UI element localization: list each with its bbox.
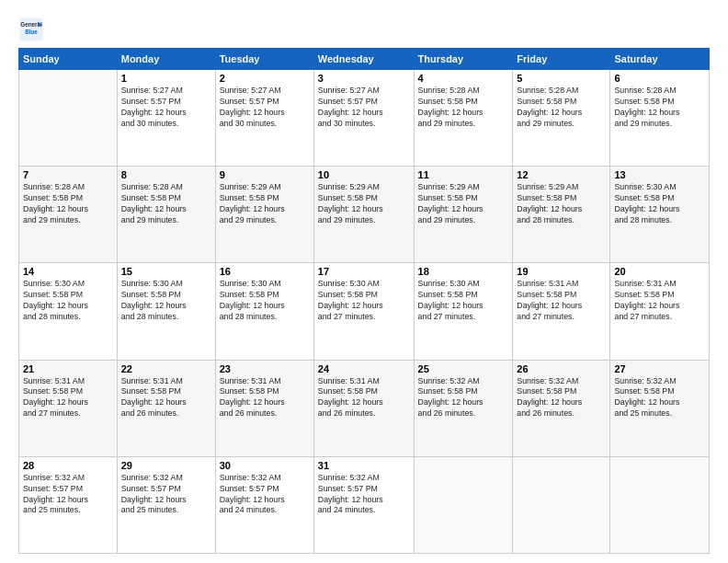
day-info: Sunrise: 5:31 AM Sunset: 5:58 PM Dayligh… — [318, 376, 410, 420]
svg-text:Blue: Blue — [25, 29, 38, 35]
day-number: 18 — [418, 266, 509, 277]
weekday-header: Tuesday — [215, 49, 313, 70]
calendar-day-cell: 28Sunrise: 5:32 AM Sunset: 5:57 PM Dayli… — [19, 456, 118, 553]
day-number: 27 — [614, 363, 705, 374]
day-info: Sunrise: 5:27 AM Sunset: 5:57 PM Dayligh… — [220, 86, 310, 130]
day-number: 15 — [121, 266, 211, 277]
day-info: Sunrise: 5:28 AM Sunset: 5:58 PM Dayligh… — [23, 182, 113, 226]
day-info: Sunrise: 5:31 AM Sunset: 5:58 PM Dayligh… — [517, 279, 606, 323]
calendar-day-cell: 11Sunrise: 5:29 AM Sunset: 5:58 PM Dayli… — [414, 167, 513, 263]
calendar-day-cell: 17Sunrise: 5:30 AM Sunset: 5:58 PM Dayli… — [313, 263, 414, 360]
calendar-day-cell: 10Sunrise: 5:29 AM Sunset: 5:58 PM Dayli… — [313, 167, 414, 263]
day-number: 19 — [517, 266, 606, 277]
calendar-day-cell: 15Sunrise: 5:30 AM Sunset: 5:58 PM Dayli… — [117, 263, 215, 360]
weekday-header: Monday — [117, 49, 215, 70]
day-info: Sunrise: 5:30 AM Sunset: 5:58 PM Dayligh… — [614, 182, 705, 226]
calendar-day-cell: 25Sunrise: 5:32 AM Sunset: 5:58 PM Dayli… — [414, 360, 513, 456]
day-number: 12 — [517, 169, 606, 180]
day-info: Sunrise: 5:27 AM Sunset: 5:57 PM Dayligh… — [318, 86, 410, 130]
calendar-day-cell: 3Sunrise: 5:27 AM Sunset: 5:57 PM Daylig… — [313, 70, 414, 167]
calendar-day-cell: 9Sunrise: 5:29 AM Sunset: 5:58 PM Daylig… — [215, 167, 313, 263]
day-info: Sunrise: 5:32 AM Sunset: 5:58 PM Dayligh… — [614, 376, 705, 420]
calendar-week-row: 7Sunrise: 5:28 AM Sunset: 5:58 PM Daylig… — [19, 167, 710, 263]
day-number: 20 — [614, 266, 705, 277]
day-number: 24 — [318, 363, 410, 374]
calendar-week-row: 1Sunrise: 5:27 AM Sunset: 5:57 PM Daylig… — [19, 70, 710, 167]
day-number: 17 — [318, 266, 410, 277]
day-number: 13 — [614, 169, 705, 180]
calendar-day-cell: 31Sunrise: 5:32 AM Sunset: 5:57 PM Dayli… — [313, 456, 414, 553]
day-info: Sunrise: 5:28 AM Sunset: 5:58 PM Dayligh… — [517, 86, 606, 130]
day-info: Sunrise: 5:32 AM Sunset: 5:57 PM Dayligh… — [318, 473, 410, 517]
calendar-day-cell: 20Sunrise: 5:31 AM Sunset: 5:58 PM Dayli… — [610, 263, 710, 360]
day-number: 7 — [23, 169, 113, 180]
day-info: Sunrise: 5:31 AM Sunset: 5:58 PM Dayligh… — [220, 376, 310, 420]
calendar-day-cell: 19Sunrise: 5:31 AM Sunset: 5:58 PM Dayli… — [513, 263, 610, 360]
weekday-header: Sunday — [19, 49, 118, 70]
calendar-day-cell: 18Sunrise: 5:30 AM Sunset: 5:58 PM Dayli… — [414, 263, 513, 360]
calendar-day-cell: 7Sunrise: 5:28 AM Sunset: 5:58 PM Daylig… — [19, 167, 118, 263]
calendar-day-cell: 8Sunrise: 5:28 AM Sunset: 5:58 PM Daylig… — [117, 167, 215, 263]
day-number: 5 — [517, 73, 606, 84]
calendar-day-cell: 4Sunrise: 5:28 AM Sunset: 5:58 PM Daylig… — [414, 70, 513, 167]
day-number: 2 — [220, 73, 310, 84]
weekday-header: Thursday — [414, 49, 513, 70]
day-number: 16 — [220, 266, 310, 277]
day-info: Sunrise: 5:29 AM Sunset: 5:58 PM Dayligh… — [517, 182, 606, 226]
calendar-day-cell: 30Sunrise: 5:32 AM Sunset: 5:57 PM Dayli… — [215, 456, 313, 553]
calendar-day-cell: 12Sunrise: 5:29 AM Sunset: 5:58 PM Dayli… — [513, 167, 610, 263]
day-number: 6 — [614, 73, 705, 84]
day-number: 22 — [121, 363, 211, 374]
day-number: 4 — [418, 73, 509, 84]
logo-icon: General Blue — [18, 17, 44, 42]
day-info: Sunrise: 5:31 AM Sunset: 5:58 PM Dayligh… — [23, 376, 113, 420]
day-info: Sunrise: 5:30 AM Sunset: 5:58 PM Dayligh… — [121, 279, 211, 323]
calendar-day-cell: 27Sunrise: 5:32 AM Sunset: 5:58 PM Dayli… — [610, 360, 710, 456]
day-number: 11 — [418, 169, 509, 180]
weekday-header: Friday — [513, 49, 610, 70]
day-info: Sunrise: 5:32 AM Sunset: 5:58 PM Dayligh… — [418, 376, 509, 420]
calendar-day-cell — [414, 456, 513, 553]
header: General Blue — [18, 17, 710, 42]
day-info: Sunrise: 5:32 AM Sunset: 5:57 PM Dayligh… — [23, 473, 113, 517]
day-info: Sunrise: 5:27 AM Sunset: 5:57 PM Dayligh… — [121, 86, 211, 130]
calendar-day-cell: 1Sunrise: 5:27 AM Sunset: 5:57 PM Daylig… — [117, 70, 215, 167]
day-number: 10 — [318, 169, 410, 180]
day-info: Sunrise: 5:28 AM Sunset: 5:58 PM Dayligh… — [614, 86, 705, 130]
day-number: 21 — [23, 363, 113, 374]
day-number: 31 — [318, 460, 410, 471]
calendar-day-cell: 5Sunrise: 5:28 AM Sunset: 5:58 PM Daylig… — [513, 70, 610, 167]
day-info: Sunrise: 5:29 AM Sunset: 5:58 PM Dayligh… — [318, 182, 410, 226]
weekday-header: Wednesday — [313, 49, 414, 70]
day-number: 30 — [220, 460, 310, 471]
calendar-week-row: 21Sunrise: 5:31 AM Sunset: 5:58 PM Dayli… — [19, 360, 710, 456]
day-info: Sunrise: 5:30 AM Sunset: 5:58 PM Dayligh… — [318, 279, 410, 323]
calendar-day-cell: 6Sunrise: 5:28 AM Sunset: 5:58 PM Daylig… — [610, 70, 710, 167]
calendar-day-cell: 24Sunrise: 5:31 AM Sunset: 5:58 PM Dayli… — [313, 360, 414, 456]
day-number: 23 — [220, 363, 310, 374]
page: General Blue SundayMondayTuesdayWednesda… — [0, 0, 728, 563]
day-info: Sunrise: 5:32 AM Sunset: 5:57 PM Dayligh… — [121, 473, 211, 517]
weekday-header: Saturday — [610, 49, 710, 70]
day-number: 3 — [318, 73, 410, 84]
day-info: Sunrise: 5:31 AM Sunset: 5:58 PM Dayligh… — [614, 279, 705, 323]
day-info: Sunrise: 5:32 AM Sunset: 5:57 PM Dayligh… — [220, 473, 310, 517]
day-info: Sunrise: 5:30 AM Sunset: 5:58 PM Dayligh… — [23, 279, 113, 323]
calendar-day-cell — [513, 456, 610, 553]
day-info: Sunrise: 5:29 AM Sunset: 5:58 PM Dayligh… — [220, 182, 310, 226]
day-number: 1 — [121, 73, 211, 84]
calendar-table: SundayMondayTuesdayWednesdayThursdayFrid… — [18, 48, 710, 554]
calendar-week-row: 28Sunrise: 5:32 AM Sunset: 5:57 PM Dayli… — [19, 456, 710, 553]
day-info: Sunrise: 5:30 AM Sunset: 5:58 PM Dayligh… — [418, 279, 509, 323]
day-info: Sunrise: 5:30 AM Sunset: 5:58 PM Dayligh… — [220, 279, 310, 323]
calendar-day-cell: 22Sunrise: 5:31 AM Sunset: 5:58 PM Dayli… — [117, 360, 215, 456]
calendar-day-cell: 2Sunrise: 5:27 AM Sunset: 5:57 PM Daylig… — [215, 70, 313, 167]
day-info: Sunrise: 5:29 AM Sunset: 5:58 PM Dayligh… — [418, 182, 509, 226]
calendar-day-cell: 23Sunrise: 5:31 AM Sunset: 5:58 PM Dayli… — [215, 360, 313, 456]
day-info: Sunrise: 5:31 AM Sunset: 5:58 PM Dayligh… — [121, 376, 211, 420]
day-number: 8 — [121, 169, 211, 180]
day-info: Sunrise: 5:28 AM Sunset: 5:58 PM Dayligh… — [418, 86, 509, 130]
calendar-week-row: 14Sunrise: 5:30 AM Sunset: 5:58 PM Dayli… — [19, 263, 710, 360]
day-number: 26 — [517, 363, 606, 374]
day-number: 28 — [23, 460, 113, 471]
